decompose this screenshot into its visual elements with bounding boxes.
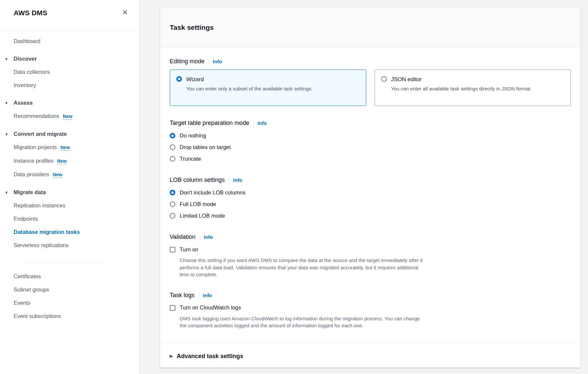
sidebar-item-label: Recommendations: [14, 113, 59, 119]
json-editor-tile-content: JSON editor You can enter all available …: [391, 76, 532, 92]
task-logs-label: Task logs: [170, 292, 195, 299]
target-table-prep-info-link[interactable]: Info: [258, 120, 267, 126]
lob-settings-info-link[interactable]: Info: [233, 177, 242, 183]
new-badge[interactable]: New: [63, 114, 73, 120]
sidebar-item-label: Data providers: [14, 171, 49, 177]
editing-mode-section: Editing mode Info Wizard You can enter o…: [170, 58, 571, 106]
card-header: Task settings: [160, 8, 580, 48]
label-divider: [199, 292, 199, 298]
radio-option-label: Drop tables on target: [180, 143, 231, 151]
sidebar-item-recommendations[interactable]: RecommendationsNew: [14, 112, 129, 120]
card-footer: ▶ Advanced task settings: [160, 343, 580, 370]
page-title: Task settings: [170, 23, 571, 32]
validation-header: Validation Info: [170, 233, 571, 241]
sidebar-item-label: Instance profiles: [14, 158, 53, 164]
new-badge[interactable]: New: [53, 172, 62, 178]
checkbox-unchecked-icon[interactable]: [170, 305, 175, 311]
label-divider: [209, 58, 209, 65]
sidebar-section-label: Discover: [14, 56, 37, 62]
sidebar-section-label: Convert and migrate: [14, 131, 67, 137]
task-logs-info-link[interactable]: Info: [203, 293, 212, 298]
label-divider: [254, 120, 254, 126]
sidebar-item-database-migration-tasks[interactable]: Database migration tasks: [14, 228, 129, 236]
radio-option-drop-tables-on-target[interactable]: Drop tables on target: [170, 143, 571, 151]
radio-unchecked-icon[interactable]: [170, 144, 175, 150]
sidebar-item-events[interactable]: Events: [14, 299, 129, 307]
radio-checked-icon[interactable]: [170, 133, 175, 138]
advanced-task-settings-expander[interactable]: ▶ Advanced task settings: [170, 352, 571, 360]
side-navigation: AWS DMS ✕ Dashboard ▼ Discover Data coll…: [0, 0, 140, 374]
chevron-down-icon: ▼: [5, 99, 8, 107]
sidebar-item-label: Migration projects: [14, 144, 57, 150]
label-divider: [200, 234, 200, 240]
sidebar-item-instance-profiles[interactable]: Instance profilesNew: [14, 157, 129, 165]
sidebar-section-assess[interactable]: ▼ Assess: [14, 99, 129, 107]
radio-option-label: Limited LOB mode: [180, 212, 225, 220]
radio-option-dont-include-lob[interactable]: Don't include LOB columns: [170, 188, 571, 197]
sidebar-item-data-providers[interactable]: Data providersNew: [14, 171, 129, 179]
sidebar-nav: Dashboard ▼ Discover Data collectors Inv…: [0, 30, 139, 332]
target-table-prep-header: Target table preparation mode Info: [170, 119, 571, 127]
sidebar-item-certificates[interactable]: Certificates: [14, 273, 129, 280]
sidebar-item-endpoints[interactable]: Endpoints: [14, 215, 129, 223]
validation-turn-on-checkbox-row[interactable]: Turn on: [170, 245, 571, 254]
task-logs-header: Task logs Info: [170, 292, 571, 299]
radio-option-limited-lob-mode[interactable]: Limited LOB mode: [170, 211, 571, 220]
radio-checked-icon[interactable]: [176, 76, 182, 82]
wizard-tile[interactable]: Wizard You can enter only a subset of th…: [170, 70, 366, 106]
new-badge[interactable]: New: [60, 145, 70, 151]
sidebar-section-convert-and-migrate[interactable]: ▼ Convert and migrate: [14, 130, 129, 138]
radio-unchecked-icon[interactable]: [170, 201, 175, 207]
sidebar-section-discover[interactable]: ▼ Discover: [14, 55, 129, 63]
sidebar-item-replication-instances[interactable]: Replication instances: [14, 202, 129, 209]
radio-option-label: Don't include LOB columns: [180, 189, 246, 196]
json-editor-tile[interactable]: JSON editor You can enter all available …: [375, 70, 571, 106]
target-table-prep-section: Target table preparation mode Info Do no…: [170, 119, 571, 163]
checkbox-label: Turn on CloudWatch logs: [180, 304, 241, 311]
task-settings-container: Task settings Editing mode Info Wizard Y…: [160, 8, 580, 368]
radio-unchecked-icon[interactable]: [170, 213, 175, 219]
sidebar-item-serverless-replications[interactable]: Serverless replications: [14, 241, 129, 249]
chevron-down-icon: ▼: [5, 189, 8, 196]
task-logs-section: Task logs Info Turn on CloudWatch logs D…: [170, 292, 571, 329]
json-editor-tile-description: You can enter all available task setting…: [391, 85, 532, 92]
sidebar-item-event-subscriptions[interactable]: Event subscriptions: [14, 312, 129, 320]
sidebar-section-label: Assess: [14, 100, 33, 106]
lob-settings-section: LOB column settings Info Don't include L…: [170, 176, 571, 220]
sidebar-section-label: Migrate data: [14, 189, 46, 195]
radio-option-do-nothing[interactable]: Do nothing: [170, 131, 571, 140]
card-body: Editing mode Info Wizard You can enter o…: [160, 48, 580, 343]
radio-option-full-lob-mode[interactable]: Full LOB mode: [170, 200, 571, 208]
new-badge[interactable]: New: [57, 158, 67, 164]
radio-option-label: Truncate: [180, 155, 201, 163]
sidebar-divider: [20, 262, 105, 263]
editing-mode-header: Editing mode Info: [170, 58, 571, 65]
close-icon[interactable]: ✕: [121, 8, 129, 17]
checkbox-unchecked-icon[interactable]: [170, 247, 175, 252]
radio-option-label: Do nothing: [180, 132, 206, 139]
validation-section: Validation Info Turn on Choose this sett…: [170, 233, 571, 278]
json-editor-tile-label: JSON editor: [391, 76, 532, 83]
sidebar-item-inventory[interactable]: Inventory: [14, 81, 129, 89]
label-divider: [229, 177, 229, 183]
sidebar-header: AWS DMS ✕: [0, 0, 139, 30]
cloudwatch-logs-checkbox-row[interactable]: Turn on CloudWatch logs: [170, 303, 571, 312]
radio-unchecked-icon[interactable]: [170, 156, 175, 162]
radio-checked-icon[interactable]: [170, 190, 175, 195]
chevron-down-icon: ▼: [5, 131, 8, 138]
sidebar-item-dashboard[interactable]: Dashboard: [14, 37, 129, 45]
radio-option-truncate[interactable]: Truncate: [170, 154, 571, 163]
sidebar-item-migration-projects[interactable]: Migration projectsNew: [14, 143, 129, 151]
radio-unchecked-icon[interactable]: [381, 76, 387, 82]
advanced-task-settings-label: Advanced task settings: [177, 352, 243, 360]
radio-option-label: Full LOB mode: [180, 200, 216, 208]
validation-info-link[interactable]: Info: [204, 234, 213, 240]
lob-settings-label: LOB column settings: [170, 176, 225, 184]
sidebar-item-data-collectors[interactable]: Data collectors: [14, 68, 129, 76]
wizard-tile-content: Wizard You can enter only a subset of th…: [186, 76, 313, 92]
validation-label: Validation: [170, 233, 196, 241]
sidebar-item-subnet-groups[interactable]: Subnet groups: [14, 286, 129, 294]
lob-settings-header: LOB column settings Info: [170, 176, 571, 184]
editing-mode-info-link[interactable]: Info: [213, 59, 222, 64]
sidebar-section-migrate-data[interactable]: ▼ Migrate data: [14, 188, 129, 196]
